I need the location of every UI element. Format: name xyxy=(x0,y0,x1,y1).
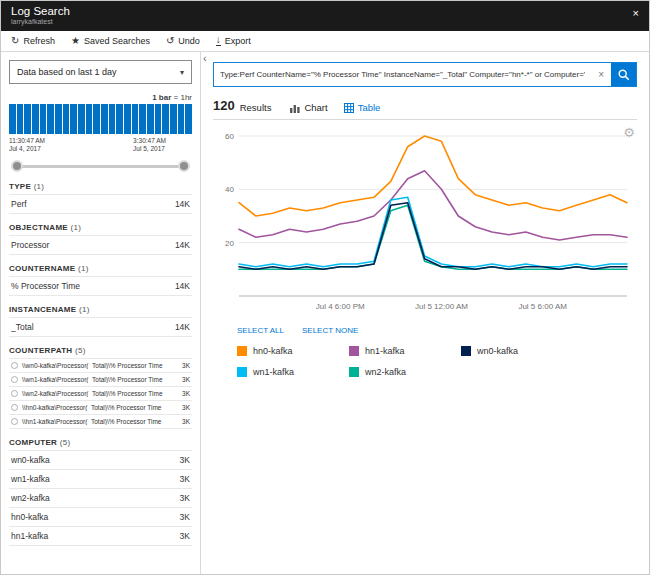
histogram-bar[interactable] xyxy=(124,104,131,134)
histogram-bar[interactable] xyxy=(116,104,123,134)
facet-row[interactable]: _Total14K xyxy=(9,318,192,337)
select-none-link[interactable]: SELECT NONE xyxy=(302,326,358,335)
facet-row[interactable]: \\wn2-kafka\Processor(_Total)\% Processo… xyxy=(9,387,192,401)
facet-row[interactable]: Perf14K xyxy=(9,195,192,214)
histogram-bar[interactable] xyxy=(63,104,70,134)
facet-sidebar: Data based on last 1 day ▾ 1 bar = 1hr 1… xyxy=(1,52,201,574)
histogram-bar[interactable] xyxy=(93,104,100,134)
time-range-slider xyxy=(11,159,190,173)
undo-button[interactable]: ↺ Undo xyxy=(166,36,200,46)
histogram-bar[interactable] xyxy=(109,104,116,134)
histogram-bar[interactable] xyxy=(24,104,31,134)
facet-row[interactable]: wn1-kafka3K xyxy=(9,470,192,489)
time-histogram[interactable] xyxy=(9,104,192,134)
facet-row[interactable]: \\hn0-kafka\Processor(_Total)\% Processo… xyxy=(9,401,192,415)
legend-label: wn0-kafka xyxy=(477,346,518,356)
legend-label: wn2-kafka xyxy=(365,367,406,377)
collapse-sidebar-icon[interactable]: ‹ xyxy=(203,53,207,64)
select-all-link[interactable]: SELECT ALL xyxy=(237,326,284,335)
histogram-bar[interactable] xyxy=(78,104,85,134)
facet-row-count: 3K xyxy=(180,455,190,465)
legend-item[interactable]: wn2-kafka xyxy=(349,367,461,377)
checkbox-icon[interactable] xyxy=(11,362,18,369)
search-button[interactable] xyxy=(611,63,636,86)
facet-section: COUNTERNAME (1)% Processor Time14K xyxy=(9,264,192,296)
facet-row[interactable]: wn2-kafka3K xyxy=(9,489,192,508)
legend-item[interactable]: wn0-kafka xyxy=(461,346,573,356)
legend-item[interactable]: hn1-kafka xyxy=(349,346,461,356)
facet-row[interactable]: % Processor Time14K xyxy=(9,277,192,296)
facet-row-label: wn0-kafka xyxy=(11,455,174,465)
facet-row[interactable]: hn0-kafka3K xyxy=(9,508,192,527)
query-bar: × xyxy=(213,62,637,87)
clear-query-icon[interactable]: × xyxy=(591,69,611,80)
gear-icon[interactable]: ⚙ xyxy=(623,126,635,139)
refresh-button[interactable]: ↻ Refresh xyxy=(11,36,55,46)
facet-section: COMPUTER (5)wn0-kafka3Kwn1-kafka3Kwn2-ka… xyxy=(9,438,192,546)
facet-row-count: 14K xyxy=(175,240,190,250)
tab-table[interactable]: Table xyxy=(344,102,381,113)
checkbox-icon[interactable] xyxy=(11,376,18,383)
legend-label: hn0-kafka xyxy=(253,346,293,356)
facet-row-label: hn1-kafka xyxy=(11,531,174,541)
histogram-bar[interactable] xyxy=(9,104,16,134)
legend-swatch xyxy=(237,367,247,377)
histogram-bar[interactable] xyxy=(147,104,154,134)
slider-handle-left[interactable] xyxy=(11,160,23,172)
checkbox-icon[interactable] xyxy=(11,404,18,411)
chart-area: ⚙ 204060Jul 4 6:00 PMJul 5 12:00 AMJul 5… xyxy=(213,124,637,324)
saved-searches-button[interactable]: ★ Saved Searches xyxy=(71,36,150,46)
time-end-label: 3:30:47 AM Jul 5, 2017 xyxy=(133,137,166,153)
time-scope-dropdown[interactable]: Data based on last 1 day ▾ xyxy=(9,60,192,84)
facet-row[interactable]: wn0-kafka3K xyxy=(9,451,192,470)
legend-item[interactable]: wn1-kafka xyxy=(237,367,349,377)
query-input[interactable] xyxy=(214,63,591,86)
histogram-bar[interactable] xyxy=(139,104,146,134)
results-label: Results xyxy=(240,102,272,113)
facet-row[interactable]: \\hn1-kafka\Processor(_Total)\% Processo… xyxy=(9,415,192,429)
workspace-name: larrykafkatest xyxy=(11,18,639,25)
log-search-window: Log Search larrykafkatest × ↻ Refresh ★ … xyxy=(0,0,650,575)
checkbox-icon[interactable] xyxy=(11,390,18,397)
svg-text:Jul 5 6:00 AM: Jul 5 6:00 AM xyxy=(518,302,567,311)
histogram-bar[interactable] xyxy=(132,104,139,134)
close-icon[interactable]: × xyxy=(633,8,639,19)
export-icon: ↓ xyxy=(216,36,221,46)
view-tabs: Chart Table xyxy=(290,102,380,113)
facet-row[interactable]: \\wn1-kafka\Processor(_Total)\% Processo… xyxy=(9,373,192,387)
legend-swatch xyxy=(349,346,359,356)
facet-title: COUNTERPATH (5) xyxy=(9,346,192,355)
histogram-bar[interactable] xyxy=(17,104,24,134)
histogram-bar[interactable] xyxy=(86,104,93,134)
export-button[interactable]: ↓ Export xyxy=(216,36,251,46)
facet-row-count: 3K xyxy=(182,376,190,383)
svg-text:40: 40 xyxy=(225,185,234,194)
legend-item[interactable]: hn0-kafka xyxy=(237,346,349,356)
facet-row[interactable]: hn1-kafka3K xyxy=(9,527,192,546)
histogram-bar[interactable] xyxy=(32,104,39,134)
facet-row[interactable]: Processor14K xyxy=(9,236,192,255)
checkbox-icon[interactable] xyxy=(11,418,18,425)
facet-section: OBJECTNAME (1)Processor14K xyxy=(9,223,192,255)
histogram-bar[interactable] xyxy=(155,104,162,134)
tab-chart[interactable]: Chart xyxy=(290,102,327,113)
histogram-bar[interactable] xyxy=(55,104,62,134)
facet-row-label: \\hn1-kafka\Processor(_Total)\% Processo… xyxy=(22,418,176,425)
bar-chart-icon xyxy=(290,103,300,113)
slider-handle-right[interactable] xyxy=(178,160,190,172)
facet-title: TYPE (1) xyxy=(9,182,192,191)
refresh-icon: ↻ xyxy=(11,36,19,46)
undo-label: Undo xyxy=(178,36,200,46)
svg-text:Jul 5 12:00 AM: Jul 5 12:00 AM xyxy=(415,302,468,311)
histogram-bar[interactable] xyxy=(178,104,185,134)
histogram-bar[interactable] xyxy=(170,104,177,134)
histogram-bar[interactable] xyxy=(162,104,169,134)
facet-row[interactable]: \\wn0-kafka\Processor(_Total)\% Processo… xyxy=(9,359,192,373)
histogram-bar[interactable] xyxy=(70,104,77,134)
histogram-bar[interactable] xyxy=(185,104,192,134)
facet-row-label: \\hn0-kafka\Processor(_Total)\% Processo… xyxy=(22,404,176,411)
histogram-bar[interactable] xyxy=(40,104,47,134)
slider-track[interactable] xyxy=(11,165,190,168)
histogram-bar[interactable] xyxy=(101,104,108,134)
histogram-bar[interactable] xyxy=(47,104,54,134)
